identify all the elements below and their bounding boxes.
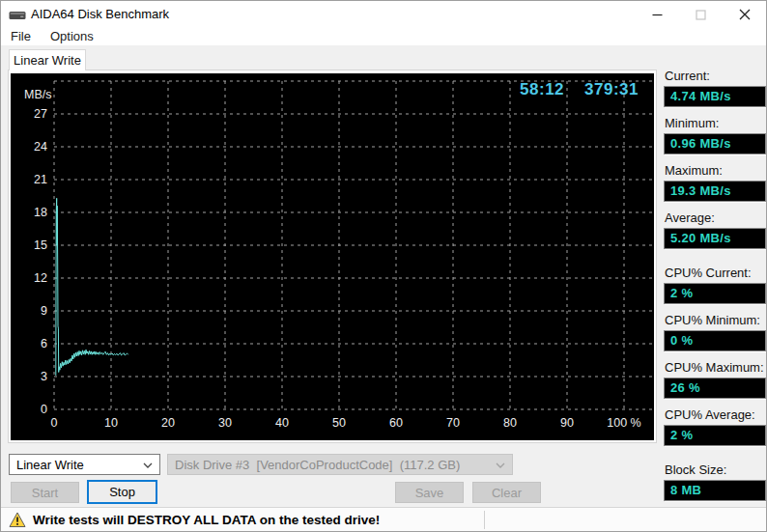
svg-text:6: 6 (41, 337, 47, 350)
stat-label: Maximum: (665, 163, 766, 178)
stat-minimum: Minimum: 0.96 MB/s (664, 116, 766, 154)
close-icon (739, 9, 751, 20)
svg-text:24: 24 (34, 140, 47, 154)
menu-file[interactable]: File (1, 28, 41, 45)
chart-timers: 58:12 379:31 (520, 80, 639, 99)
benchmark-chart: 03691215182124270102030405060708090100 %… (11, 73, 654, 440)
window-controls (636, 1, 766, 28)
window-title: AIDA64 Disk Benchmark (31, 7, 169, 21)
start-button[interactable]: Start (11, 482, 79, 503)
stat-label: CPU% Minimum: (665, 313, 766, 327)
svg-text:90: 90 (560, 416, 574, 430)
minimize-icon (652, 10, 663, 20)
save-button[interactable]: Save (395, 482, 464, 503)
stat-value: 26 % (664, 378, 766, 399)
stat-cpu-current: CPU% Current: 2 % (664, 266, 766, 304)
stat-label: CPU% Average: (665, 407, 766, 422)
svg-text:0: 0 (51, 416, 58, 430)
stat-cpu-minimum: CPU% Minimum: 0 % (664, 313, 766, 351)
test-type-value: Linear Write (16, 458, 84, 472)
stat-value: 2 % (664, 283, 766, 304)
svg-text:70: 70 (446, 416, 460, 430)
elapsed-time: 58:12 (520, 80, 564, 99)
svg-text:0: 0 (41, 403, 47, 416)
svg-text:50: 50 (332, 416, 346, 430)
title-bar: AIDA64 Disk Benchmark (1, 1, 766, 28)
chart-canvas: 03691215182124270102030405060708090100 %… (11, 73, 654, 440)
status-divider (484, 511, 485, 529)
menu-options[interactable]: Options (41, 28, 103, 45)
stat-block-size: Block Size: 8 MB (664, 462, 766, 501)
menu-bar: File Options (1, 28, 766, 45)
app-window: AIDA64 Disk Benchmark File Options Linea… (0, 0, 767, 532)
remaining-time: 379:31 (584, 80, 639, 99)
stat-current: Current: 4.74 MB/s (664, 69, 766, 107)
drive-select-value: Disk Drive #3 [VendorCoProductCode] (117… (175, 458, 460, 472)
stat-label: Block Size: (665, 462, 766, 477)
tab-linear-write[interactable]: Linear Write (9, 49, 86, 70)
close-button[interactable] (723, 1, 766, 28)
tab-label: Linear Write (14, 53, 81, 68)
drive-select[interactable]: Disk Drive #3 [VendorCoProductCode] (117… (167, 454, 513, 475)
stat-label: Minimum: (665, 116, 766, 130)
svg-text:12: 12 (34, 271, 47, 285)
stat-value: 5.20 MB/s (664, 228, 766, 249)
svg-text:60: 60 (389, 416, 403, 430)
svg-text:9: 9 (41, 304, 47, 318)
stat-value: 0 % (664, 330, 766, 351)
stat-value: 19.3 MB/s (664, 181, 766, 202)
warning-text: Write tests will DESTROY ALL DATA on the… (33, 513, 380, 527)
chevron-down-icon (496, 462, 505, 468)
stat-value: 2 % (664, 425, 766, 446)
stat-maximum: Maximum: 19.3 MB/s (664, 163, 766, 202)
stat-cpu-maximum: CPU% Maximum: 26 % (664, 360, 766, 399)
minimize-button[interactable] (636, 1, 679, 28)
warning-message: Write tests will DESTROY ALL DATA on the… (9, 512, 380, 528)
stop-button[interactable]: Stop (87, 480, 157, 504)
stat-label: Current: (665, 69, 766, 83)
svg-text:40: 40 (275, 416, 289, 430)
svg-text:21: 21 (34, 173, 47, 186)
status-bar: Write tests will DESTROY ALL DATA on the… (1, 507, 766, 532)
clear-button[interactable]: Clear (472, 482, 541, 503)
stat-cpu-average: CPU% Average: 2 % (664, 407, 766, 446)
warning-icon (9, 512, 26, 528)
stat-average: Average: 5.20 MB/s (664, 210, 766, 249)
svg-text:3: 3 (41, 370, 47, 383)
maximize-button[interactable] (679, 1, 723, 28)
svg-text:15: 15 (34, 238, 47, 252)
stat-value: 4.74 MB/s (664, 86, 766, 107)
svg-text:100 %: 100 % (607, 416, 640, 430)
stat-value: 8 MB (664, 480, 766, 501)
svg-text:MB/s: MB/s (24, 88, 51, 101)
svg-text:18: 18 (34, 206, 47, 219)
svg-text:20: 20 (161, 416, 175, 430)
chevron-down-icon (143, 462, 153, 468)
svg-text:30: 30 (218, 416, 232, 430)
svg-text:10: 10 (104, 416, 118, 430)
maximize-icon (696, 10, 706, 20)
stat-label: CPU% Current: (665, 266, 766, 280)
svg-text:27: 27 (34, 107, 47, 121)
test-type-select[interactable]: Linear Write (9, 454, 160, 475)
stat-label: CPU% Maximum: (665, 360, 766, 375)
svg-text:80: 80 (503, 416, 517, 430)
stats-panel: Current: 4.74 MB/s Minimum: 0.96 MB/s Ma… (664, 69, 766, 510)
app-disk-icon (9, 8, 26, 21)
stat-label: Average: (665, 210, 766, 225)
stat-value: 0.96 MB/s (664, 133, 766, 154)
